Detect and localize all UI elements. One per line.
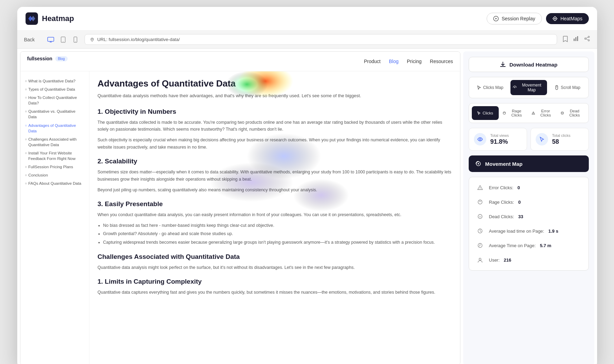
error-clicks-button[interactable]: Error Clicks (530, 106, 557, 120)
webpage-panel: fullsession Blog Product Blog Pricing Re… (20, 51, 460, 364)
rage-clicks-value: 0 (518, 200, 520, 205)
toc-item-8[interactable]: Conclusion (25, 171, 84, 179)
error-clicks-value: 0 (517, 185, 520, 190)
section-4-h2: Challenges Associated with Quantitative … (98, 253, 452, 261)
svg-rect-22 (556, 85, 558, 90)
section-3-p1: When you conduct quantitative data analy… (98, 211, 452, 219)
svg-rect-11 (575, 37, 576, 41)
url-text: URL: fullsession.io/blog/quantitative-da… (97, 37, 180, 42)
clicks-icon-wrap (536, 133, 548, 145)
download-heatmap-button[interactable]: Download Heatmap (469, 57, 589, 72)
main-content: fullsession Blog Product Blog Pricing Re… (17, 49, 597, 364)
section-5-h2: 1. Limits in Capturing Complexity (98, 278, 452, 285)
metric-dead-clicks: Dead Clicks: 33 (475, 212, 582, 221)
svg-point-30 (478, 163, 479, 164)
share-icon[interactable] (584, 36, 590, 43)
toc-sidebar: What is Quantitative Data? Types of Quan… (20, 71, 89, 364)
toc-item-9[interactable]: FAQs About Quantitative Data (25, 179, 84, 188)
article-content: Advantages of Quantitative Data Quantita… (89, 71, 460, 364)
svg-point-3 (554, 18, 556, 19)
scroll-icon (554, 85, 559, 90)
webpage-nav: fullsession Blog Product Blog Pricing Re… (20, 52, 460, 71)
total-clicks-text: Total clicks 58 (552, 133, 571, 145)
svg-point-36 (479, 216, 479, 216)
desktop-icon[interactable] (47, 36, 54, 43)
browser-right-icons (563, 36, 590, 43)
svg-point-34 (480, 201, 481, 201)
dead-clicks-value: 33 (518, 214, 523, 219)
movement-map-button[interactable]: Movement Map (510, 80, 547, 95)
top-bar-actions: Session Replay HeatMaps (487, 13, 588, 24)
location-icon (90, 37, 95, 42)
section-2-p2: Beyond just piling up numbers, scaling q… (98, 186, 452, 194)
click-icon (477, 111, 481, 115)
nav-pricing[interactable]: Pricing (407, 59, 422, 64)
clicks-filter-button[interactable]: Clicks (472, 106, 499, 120)
nav-resources[interactable]: Resources (430, 59, 453, 64)
site-logo-area: fullsession Blog (27, 56, 68, 61)
tablet-icon[interactable] (60, 36, 67, 43)
bookmark-icon[interactable] (563, 36, 568, 43)
back-button[interactable]: Back (24, 37, 35, 42)
blog-badge: Blog (55, 56, 68, 61)
svg-point-24 (533, 114, 533, 114)
toc-item-3[interactable]: Quantitative vs. Qualitative Data (25, 107, 84, 121)
movement-icon (513, 85, 517, 90)
dead-clicks-icon (475, 212, 485, 221)
rage-clicks-label: Rage Clicks: (489, 200, 514, 205)
svg-point-6 (63, 41, 64, 42)
nav-product[interactable]: Product (364, 59, 381, 64)
mobile-icon[interactable] (72, 36, 79, 43)
metric-load-time: Average load time on Page: 1.9 s (475, 226, 582, 236)
rage-clicks-button[interactable]: Rage Clicks (501, 106, 528, 120)
app-window: Heatmap Session Replay HeatMaps Back (17, 7, 597, 364)
site-name: fullsession (27, 56, 52, 61)
heatmaps-button[interactable]: HeatMaps (546, 13, 589, 24)
chart-icon[interactable] (573, 36, 579, 43)
clicks-map-button[interactable]: Clicks Map (472, 80, 508, 95)
svg-point-26 (562, 113, 562, 113)
click-filter: Clicks Rage Clicks Error Clicks (469, 103, 589, 123)
cursor-stat-icon (539, 136, 545, 142)
svg-point-8 (75, 41, 76, 42)
play-icon (493, 16, 499, 21)
webpage-wrapper: fullsession Blog Product Blog Pricing Re… (20, 52, 460, 364)
browser-device-icons (47, 36, 79, 43)
session-replay-button[interactable]: Session Replay (487, 13, 542, 24)
rage-icon (503, 111, 506, 115)
url-bar[interactable]: URL: fullsession.io/blog/quantitative-da… (85, 34, 557, 45)
toc-item-2[interactable]: How To Collect Quantitative Data? (25, 93, 84, 107)
nav-blog[interactable]: Blog (389, 59, 399, 64)
time-on-page-label: Average Time on Page: (489, 243, 536, 248)
svg-point-32 (478, 200, 482, 204)
time-on-page-value: 5.7 m (540, 243, 551, 248)
svg-point-15 (588, 40, 589, 41)
user-value: 216 (504, 257, 511, 263)
metric-rage-clicks: Rage Clicks: 0 (475, 197, 582, 207)
stats-row: Total views 91.8% Total clicks 58 (469, 128, 589, 151)
toc-item-6[interactable]: Install Your First Website Feedback Form… (25, 149, 84, 163)
total-views-value: 91.8% (490, 138, 509, 145)
section-2-p1: Sometimes size does matter—especially wh… (98, 169, 452, 183)
total-views-card: Total views 91.8% (469, 128, 527, 151)
error-clicks-icon (475, 183, 485, 192)
total-clicks-value: 58 (552, 138, 571, 145)
dead-clicks-button[interactable]: Dead Clicks (559, 106, 586, 120)
total-clicks-label: Total clicks (552, 133, 571, 138)
right-panel: Download Heatmap Clicks Map Movement Map (463, 51, 594, 364)
toc-item-7[interactable]: FullSession Pricing Plans (25, 163, 84, 171)
svg-rect-4 (48, 37, 54, 41)
toc-item-4[interactable]: Advantages of Quantitative Data (25, 121, 84, 135)
toc-item-0[interactable]: What is Quantitative Data? (25, 77, 84, 85)
scroll-map-button[interactable]: Scroll Map (549, 80, 586, 95)
section-1-h2: 1. Objectivity in Numbers (98, 108, 452, 115)
toc-item-5[interactable]: Challenges Associated with Quantitative … (25, 135, 84, 149)
section-3-h2: 3. Easily Presentable (98, 200, 452, 208)
rage-clicks-icon (475, 197, 485, 207)
total-clicks-card: Total clicks 58 (530, 128, 589, 151)
toc-item-1[interactable]: Types of Quantitative Data (25, 85, 84, 93)
bullet-3: Capturing widespread trends becomes easi… (103, 239, 452, 246)
bullet-1: No bias dressed as fact here - number-ba… (103, 222, 452, 229)
bullet-2: Growth potential? Absolutely - go ahead … (103, 230, 452, 237)
svg-point-28 (479, 139, 481, 140)
